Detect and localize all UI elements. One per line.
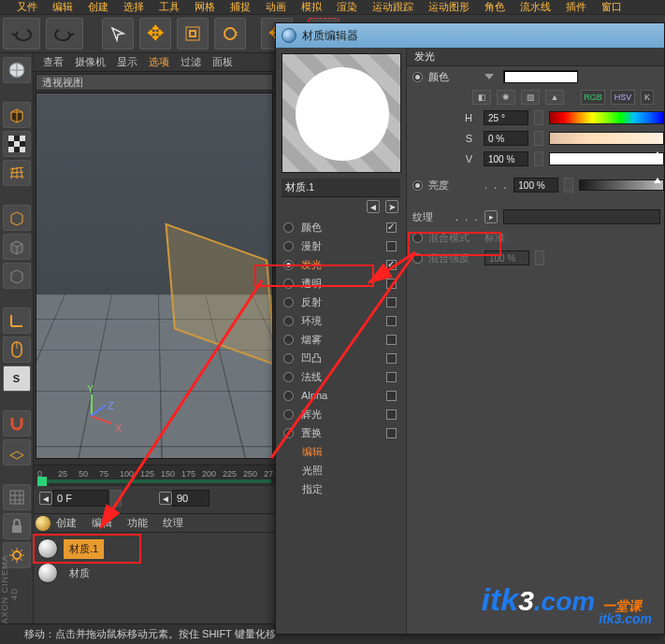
- rail-axis-icon[interactable]: [3, 308, 31, 334]
- checkbox[interactable]: [386, 279, 397, 289]
- menu-item[interactable]: 流水线: [520, 0, 551, 14]
- rail-workplane-icon[interactable]: [3, 439, 31, 465]
- viewport-menu[interactable]: 查看 摄像机 显示 选项 过滤 面板: [34, 53, 275, 72]
- texture-menu-button[interactable]: ▸: [484, 210, 498, 223]
- radio-icon[interactable]: [412, 72, 423, 82]
- channel-edit[interactable]: 编辑: [276, 442, 406, 461]
- channel-diffuse[interactable]: 漫射: [276, 236, 406, 255]
- menu-item[interactable]: 窗口: [601, 0, 622, 14]
- menu-item[interactable]: 又件: [17, 0, 37, 14]
- menu-item[interactable]: 编辑: [52, 0, 73, 14]
- channel-alpha[interactable]: Alpha: [276, 386, 406, 405]
- rail-cube3-icon[interactable]: [3, 234, 31, 260]
- rail-grid2-icon[interactable]: [3, 484, 31, 510]
- spinner[interactable]: [110, 490, 122, 507]
- frame-end-field[interactable]: 90: [172, 490, 210, 507]
- keyframe-right-icon[interactable]: ◄: [159, 492, 172, 505]
- channel-transparency[interactable]: 透明: [276, 274, 406, 293]
- menu-item[interactable]: 创建: [88, 0, 108, 14]
- prev-material-button[interactable]: ◄: [367, 200, 380, 213]
- image-icon[interactable]: ▲: [545, 90, 564, 105]
- color-swatch[interactable]: [503, 70, 578, 83]
- material-swatch-icon[interactable]: [37, 538, 58, 559]
- material-name[interactable]: 材质.1: [64, 539, 104, 559]
- frame-start-field[interactable]: 0 F: [52, 490, 108, 507]
- rotate-tool-button[interactable]: [214, 18, 246, 50]
- brightness-field[interactable]: 100 %: [513, 178, 558, 193]
- select-tool-button[interactable]: [102, 18, 134, 50]
- vp-tab-selected[interactable]: 选项: [149, 55, 169, 69]
- undo-button[interactable]: [3, 18, 40, 50]
- checkbox[interactable]: [386, 353, 397, 364]
- vp-tab[interactable]: 查看: [43, 55, 64, 69]
- wheel-icon[interactable]: ✺: [497, 90, 515, 105]
- rail-cube-icon[interactable]: [3, 102, 31, 128]
- menu-item[interactable]: 运动跟踪: [372, 0, 413, 14]
- checkbox[interactable]: [386, 409, 397, 420]
- menu-item[interactable]: 工具: [159, 0, 180, 14]
- spinner[interactable]: [564, 178, 573, 193]
- channel-displacement[interactable]: 置换: [276, 423, 406, 442]
- mat-menu-item[interactable]: 纹理: [163, 516, 183, 530]
- brightness-slider[interactable]: [579, 179, 664, 191]
- main-menu-bar[interactable]: 又件 编辑 创建 选择 工具 网格 捕捉 动画 模拟 渲染 运动跟踪 运动图形 …: [0, 0, 665, 14]
- checkbox[interactable]: [386, 222, 397, 233]
- saturation-slider[interactable]: [549, 132, 664, 145]
- mat-menu-item[interactable]: 编辑: [92, 516, 112, 530]
- v-field[interactable]: 100 %: [484, 151, 528, 166]
- rail-grid-icon[interactable]: [3, 160, 31, 186]
- channel-luminance[interactable]: 发光: [276, 255, 406, 274]
- dropdown-icon[interactable]: [484, 74, 494, 79]
- checkbox[interactable]: [386, 316, 397, 326]
- menu-item[interactable]: 角色: [484, 0, 505, 14]
- channel-assign[interactable]: 指定: [276, 479, 406, 498]
- spinner[interactable]: [534, 151, 543, 166]
- picker-icon[interactable]: ◧: [472, 90, 491, 105]
- menu-item[interactable]: 网格: [195, 0, 215, 14]
- menu-item[interactable]: 模拟: [301, 0, 322, 14]
- rail-cube4-icon[interactable]: [3, 263, 31, 289]
- material-row[interactable]: 材质.1: [37, 537, 271, 561]
- rail-s-icon[interactable]: S: [3, 365, 31, 392]
- timeline-ruler[interactable]: 0 25 50 75 100 125 150 175 200 225 250 2…: [34, 465, 275, 486]
- window-titlebar[interactable]: 材质编辑器: [276, 23, 664, 48]
- spinner[interactable]: [534, 110, 543, 125]
- material-swatch-icon[interactable]: [37, 563, 58, 583]
- hue-slider[interactable]: [549, 111, 664, 124]
- checkbox[interactable]: [386, 297, 397, 308]
- mat-menu-item[interactable]: 创建: [56, 516, 77, 530]
- move-tool-button[interactable]: ✥: [139, 18, 171, 50]
- menu-item[interactable]: 运动图形: [428, 0, 470, 14]
- menu-item[interactable]: 动画: [266, 0, 286, 14]
- channel-glow[interactable]: 辉光: [276, 405, 406, 423]
- menu-item[interactable]: 选择: [123, 0, 144, 14]
- rail-cube2-icon[interactable]: [3, 205, 31, 231]
- h-field[interactable]: 25 °: [484, 110, 528, 125]
- spectrum-icon[interactable]: ▧: [521, 90, 540, 105]
- menu-item[interactable]: 插件: [566, 0, 586, 14]
- channel-color[interactable]: 颜色: [276, 218, 406, 236]
- value-slider[interactable]: [549, 152, 664, 165]
- channel-environment[interactable]: 环境: [276, 311, 406, 330]
- channel-normal[interactable]: 法线: [276, 367, 406, 386]
- rail-checker-icon[interactable]: [3, 131, 31, 157]
- channel-bump[interactable]: 凹凸: [276, 349, 406, 367]
- material-name[interactable]: 材质: [64, 564, 95, 583]
- checkbox[interactable]: [386, 391, 397, 401]
- next-material-button[interactable]: ➤: [385, 200, 398, 213]
- playhead[interactable]: [37, 477, 47, 486]
- channel-reflection[interactable]: 反射: [276, 293, 406, 311]
- texture-path-field[interactable]: [503, 209, 660, 224]
- vp-tab[interactable]: 摄像机: [75, 55, 106, 69]
- material-menu[interactable]: 创建 编辑 功能 纹理: [34, 514, 275, 533]
- viewport-3d[interactable]: Y X Z: [36, 93, 273, 459]
- checkbox[interactable]: [386, 335, 397, 345]
- menu-item[interactable]: 捕捉: [230, 0, 251, 14]
- vp-tab[interactable]: 显示: [117, 55, 137, 69]
- checkbox[interactable]: [386, 372, 397, 382]
- s-field[interactable]: 0 %: [484, 131, 528, 146]
- rail-mouse-icon[interactable]: [3, 336, 31, 363]
- vp-tab[interactable]: 面板: [212, 55, 233, 69]
- k-tag[interactable]: K: [641, 90, 654, 105]
- rail-magnet-icon[interactable]: [3, 410, 31, 436]
